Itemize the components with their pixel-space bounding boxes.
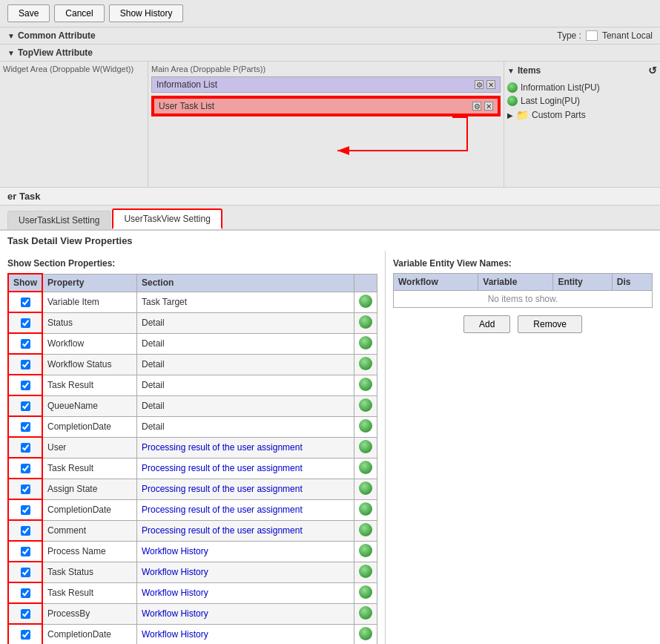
row-action-icon[interactable] [359,523,372,536]
row-action-icon[interactable] [359,461,372,474]
show-checkbox[interactable] [21,609,30,619]
table-row[interactable]: Variable Item Task Target [8,292,377,312]
show-cell [8,312,42,333]
row-action-cell[interactable] [354,603,377,624]
bottom-buttons: Add Remove [393,308,653,341]
table-row[interactable]: CompletionDate Workflow History [8,624,377,644]
table-row[interactable]: Comment Processing result of the user as… [8,520,377,541]
cancel-button[interactable]: Cancel [54,4,104,22]
show-checkbox[interactable] [21,298,30,307]
user-task-settings-icon[interactable]: ⚙ [472,102,481,111]
show-checkbox[interactable] [21,547,30,556]
table-row[interactable]: Assign State Processing result of the us… [8,479,377,499]
row-action-icon[interactable] [359,398,372,412]
topview-collapse[interactable]: ▼ [7,49,15,57]
list-item[interactable]: ▶ 📁 Custom Parts [507,108,657,122]
property-cell: CompletionDate [42,499,136,520]
table-row[interactable]: Task Result Processing result of the use… [8,458,377,479]
info-list-settings-icon[interactable]: ⚙ [475,80,484,89]
row-action-icon[interactable] [359,482,372,495]
row-action-cell[interactable] [354,479,377,499]
show-checkbox[interactable] [21,318,30,328]
row-action-cell[interactable] [354,292,377,312]
topview-label: TopView Attribute [18,47,93,58]
row-action-icon[interactable] [359,357,372,370]
table-row[interactable]: Task Status Workflow History [8,562,377,582]
row-action-icon[interactable] [359,544,372,557]
main-area-label: Main Area (Droppable P(Parts)) [151,65,501,73]
tab-usertaskview-setting[interactable]: UserTaskView Setting [112,208,222,229]
show-checkbox[interactable] [21,484,30,494]
show-checkbox[interactable] [21,526,30,536]
row-action-cell[interactable] [354,582,377,603]
row-action-cell[interactable] [354,333,377,354]
table-row[interactable]: Workflow Status Detail [8,354,377,375]
row-action-cell[interactable] [354,562,377,582]
section-cell: Processing result of the user assignment [136,458,354,479]
table-row[interactable]: CompletionDate Processing result of the … [8,499,377,520]
table-row[interactable]: ProcessBy Workflow History [8,603,377,624]
row-action-icon[interactable] [359,585,372,599]
tab-usertasklist-setting[interactable]: UserTaskList Setting [7,211,110,229]
show-checkbox[interactable] [21,568,30,577]
row-action-cell[interactable] [354,520,377,541]
show-checkbox[interactable] [21,505,30,515]
show-cell [8,541,42,562]
show-checkbox[interactable] [21,630,30,640]
left-panel: Show Section Properties: Show Property S… [0,251,386,644]
table-row[interactable]: CompletionDate Detail [8,416,377,437]
row-action-cell[interactable] [354,437,377,458]
row-action-cell[interactable] [354,395,377,416]
table-row[interactable]: QueueName Detail [8,395,377,416]
property-cell: Task Result [42,375,136,395]
show-checkbox[interactable] [21,339,30,349]
list-item[interactable]: Last Login(PU) [507,94,657,108]
save-button[interactable]: Save [7,4,50,22]
refresh-icon[interactable]: ↺ [648,65,657,76]
table-row[interactable]: Workflow Detail [8,333,377,354]
property-cell: Status [42,312,136,333]
row-action-cell[interactable] [354,499,377,520]
row-action-icon[interactable] [359,419,372,433]
row-action-icon[interactable] [359,565,372,578]
row-action-cell[interactable] [354,416,377,437]
show-history-button[interactable]: Show History [109,4,184,22]
list-item[interactable]: Information List(PU) [507,81,657,94]
items-collapse[interactable]: ▼ [507,67,515,75]
row-action-cell[interactable] [354,624,377,644]
table-row[interactable]: Task Result Workflow History [8,582,377,603]
row-action-icon[interactable] [359,502,372,516]
show-checkbox[interactable] [21,381,30,390]
show-checkbox[interactable] [21,422,30,432]
common-attr-collapse[interactable]: ▼ [7,32,15,40]
show-checkbox[interactable] [21,443,30,453]
remove-button[interactable]: Remove [518,315,582,333]
row-action-icon[interactable] [359,378,372,391]
variable-entity-title: Variable Entity View Names: [393,258,653,269]
row-action-cell[interactable] [354,312,377,333]
row-action-icon[interactable] [359,315,372,329]
info-list-close-icon[interactable]: ✕ [486,80,495,89]
show-checkbox[interactable] [21,360,30,369]
row-action-cell[interactable] [354,375,377,395]
user-task-close-icon[interactable]: ✕ [484,102,493,111]
row-action-icon[interactable] [359,627,372,640]
row-action-cell[interactable] [354,541,377,562]
table-row[interactable]: Process Name Workflow History [8,541,377,562]
row-action-icon[interactable] [359,606,372,620]
row-action-icon[interactable] [359,440,372,453]
arrow-annotation [193,110,489,162]
show-checkbox[interactable] [21,401,30,411]
add-button[interactable]: Add [463,315,510,333]
property-cell: Task Result [42,582,136,603]
custom-parts-expand[interactable]: ▶ [507,111,513,119]
table-row[interactable]: Task Result Detail [8,375,377,395]
table-row[interactable]: Status Detail [8,312,377,333]
row-action-cell[interactable] [354,354,377,375]
row-action-icon[interactable] [359,336,372,349]
show-checkbox[interactable] [21,588,30,598]
row-action-icon[interactable] [359,295,372,308]
row-action-cell[interactable] [354,458,377,479]
table-row[interactable]: User Processing result of the user assig… [8,437,377,458]
show-checkbox[interactable] [21,464,30,473]
